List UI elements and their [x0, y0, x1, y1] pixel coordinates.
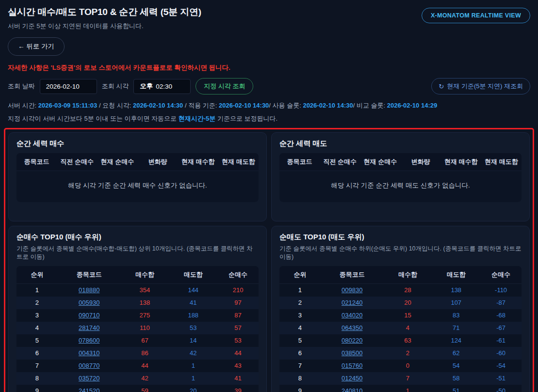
buy-sum-cell: 28 [384, 284, 432, 297]
sell-sum-cell: 58 [432, 372, 480, 385]
note-prefix: 지정 시각이 서버 시간보다 5분 이내 또는 이후이면 자동으로 [8, 115, 179, 122]
stock-code-link[interactable]: 005930 [79, 299, 99, 306]
query-time-button[interactable]: 지정 시각 조회 [196, 78, 253, 94]
net-cell: 39 [217, 385, 259, 392]
empty-message: 해당 시각 기준 순간 세력 매수 신호가 없습니다. [16, 171, 259, 203]
buy-sum-cell: 2 [384, 347, 432, 360]
top-sell-title: 순매도 TOP10 (매도 우위) [279, 233, 522, 242]
server-info-segment: 2026-02-10 14:30 [219, 102, 269, 109]
buy-sum-cell: 110 [121, 322, 169, 334]
column-header: 직전 순매수 [320, 153, 360, 171]
momentum-sell-title: 순간 세력 매도 [279, 139, 522, 148]
buy-sum-cell: 44 [121, 360, 169, 372]
stock-code-link[interactable]: 009830 [342, 286, 362, 294]
server-info-segment: 2026-02-10 14:30 [303, 102, 353, 109]
page: 실시간 매수/매도 TOP10 & 순간 세력 (5분 지연) 서버 기준 5분… [0, 0, 538, 392]
column-header: 현재 순매수 [97, 153, 137, 171]
column-header: 종목코드 [279, 153, 320, 171]
net-cell: 41 [217, 372, 259, 385]
table-row: 1 018880 354 144 210 [16, 284, 259, 297]
top-buy-title: 순매수 TOP10 (매수 우위) [16, 233, 259, 242]
date-input[interactable]: 2026-02-10 [40, 79, 97, 94]
sell-sum-cell: 83 [432, 309, 480, 322]
rank-cell: 8 [279, 372, 321, 385]
server-info-segment: 2026-03-09 15:11:03 [38, 102, 97, 109]
momentum-sell-panel: 순간 세력 매도 종목코드직전 순매수현재 순매수변화량현재 매수합현재 매도합… [271, 132, 530, 221]
sell-sum-cell: 124 [432, 334, 480, 347]
buy-sum-cell: 4 [384, 322, 432, 334]
column-header: 종목코드 [16, 153, 57, 171]
net-cell: -51 [480, 372, 522, 385]
back-button[interactable]: ← 뒤로 가기 [8, 37, 65, 56]
stock-code-link[interactable]: 240810 [342, 387, 362, 392]
net-cell: -60 [480, 347, 522, 360]
net-cell: 87 [217, 309, 259, 322]
buy-sum-cell: 15 [384, 309, 432, 322]
time-input[interactable]: 오후 02:30 [133, 79, 191, 94]
stock-code-link[interactable]: 018880 [79, 286, 99, 294]
buy-sum-cell: 138 [121, 297, 169, 309]
note-highlight: 현재시간-5분 [179, 115, 216, 122]
sell-sum-cell: 188 [169, 309, 217, 322]
net-cell: 43 [217, 360, 259, 372]
table-row: 7 008770 44 1 43 [16, 360, 259, 372]
stock-code-link[interactable]: 012450 [342, 375, 362, 382]
net-cell: -61 [480, 334, 522, 347]
rank-cell: 1 [16, 284, 58, 297]
column-header: 순위 [16, 266, 58, 284]
stock-code-link[interactable]: 281740 [79, 324, 99, 331]
top-buy-table: 순위종목코드매수합매도합순매수 1 018880 354 144 210 [16, 266, 259, 392]
stock-code-link[interactable]: 008770 [79, 362, 99, 369]
net-cell: -68 [480, 309, 522, 322]
note-suffix: 기준으로 보정됩니다. [215, 115, 277, 122]
stock-code-link[interactable]: 015760 [342, 362, 362, 369]
server-info-segment: 2026-02-10 14:30 [133, 102, 183, 109]
column-header: 매도합 [432, 266, 480, 284]
rank-cell: 2 [279, 297, 321, 309]
column-header: 매수합 [121, 266, 169, 284]
sell-sum-cell: 71 [432, 322, 480, 334]
stock-code-link[interactable]: 038500 [342, 349, 362, 357]
net-cell: 57 [217, 322, 259, 334]
server-info-segment: / 요청 시각: [97, 102, 133, 109]
stock-code-link[interactable]: 035720 [79, 375, 99, 382]
highlight-region: 순간 세력 매수 종목코드직전 순매수현재 순매수변화량현재 매수합현재 매도합… [4, 128, 534, 392]
rank-cell: 4 [16, 322, 58, 334]
buy-sum-cell: 67 [121, 334, 169, 347]
column-header: 직전 순매수 [57, 153, 97, 171]
table-row: 3 090710 275 188 87 [16, 309, 259, 322]
column-header: 현재 매수합 [441, 153, 481, 171]
column-header: 현재 매도합 [481, 153, 522, 171]
refresh-button[interactable]: ↻ 현재 기준(5분 지연) 재조회 [431, 78, 530, 94]
stock-code-link[interactable]: 034020 [342, 312, 362, 319]
table-row: 6 038500 2 62 -60 [279, 347, 522, 360]
momentum-buy-title: 순간 세력 매수 [16, 139, 259, 148]
column-header: 매도합 [169, 266, 217, 284]
net-cell: 53 [217, 334, 259, 347]
stock-code-link[interactable]: 064350 [342, 324, 362, 331]
sell-sum-cell: 20 [169, 385, 217, 392]
server-info-line: 서버 시간: 2026-03-09 15:11:03 / 요청 시각: 2026… [8, 101, 530, 110]
stock-code-link[interactable]: 241520 [79, 387, 99, 392]
column-header: 변화량 [400, 153, 440, 171]
stock-code-link[interactable]: 090710 [79, 312, 99, 319]
net-cell: -87 [480, 297, 522, 309]
stock-code-link[interactable]: 021240 [342, 299, 362, 306]
stock-code-link[interactable]: 078600 [79, 337, 99, 344]
top-sell-panel: 순매도 TOP10 (매도 우위) 기준 슬롯에서 종목별 순매수 하위(순매도… [271, 226, 530, 392]
net-cell: 97 [217, 297, 259, 309]
column-header: 변화량 [137, 153, 178, 171]
column-header: 현재 매수합 [178, 153, 218, 171]
table-row: 2 005930 138 41 97 [16, 297, 259, 309]
rank-cell: 4 [279, 322, 321, 334]
table-row: 7 015760 0 54 -54 [279, 360, 522, 372]
rank-cell: 6 [279, 347, 321, 360]
table-row: 1 009830 28 138 -110 [279, 284, 522, 297]
date-value: 2026-02-10 [46, 83, 80, 90]
buy-sum-cell: 1 [384, 385, 432, 392]
top-sell-description: 기준 슬롯에서 종목별 순매수 하위(순매도 우위) 10개입니다. (종목코드… [279, 245, 522, 261]
realtime-view-button[interactable]: X-MONATOM REALTIME VIEW [422, 8, 530, 23]
stock-code-link[interactable]: 080220 [342, 337, 362, 344]
query-controls: 조회 날짜 2026-02-10 조회 시각 오후 02:30 지정 시각 조회… [8, 78, 530, 94]
stock-code-link[interactable]: 004310 [79, 349, 99, 357]
